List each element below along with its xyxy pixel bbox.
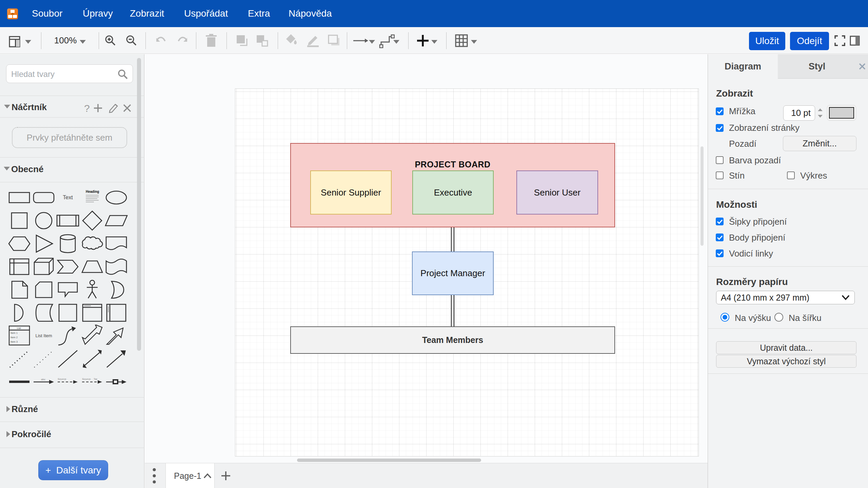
svg-text:List: List [17, 327, 21, 330]
svg-text:abc: abc [41, 378, 45, 381]
svg-text:Source: Source [82, 378, 91, 381]
svg-text:Item 1: Item 1 [11, 331, 18, 334]
svg-text:Item 3: Item 3 [11, 340, 18, 343]
svg-text:Source: Source [58, 378, 66, 381]
svg-text:Tar: Tar [94, 378, 97, 381]
svg-text:Heading: Heading [86, 190, 99, 194]
svg-text:Item 2: Item 2 [11, 336, 18, 339]
